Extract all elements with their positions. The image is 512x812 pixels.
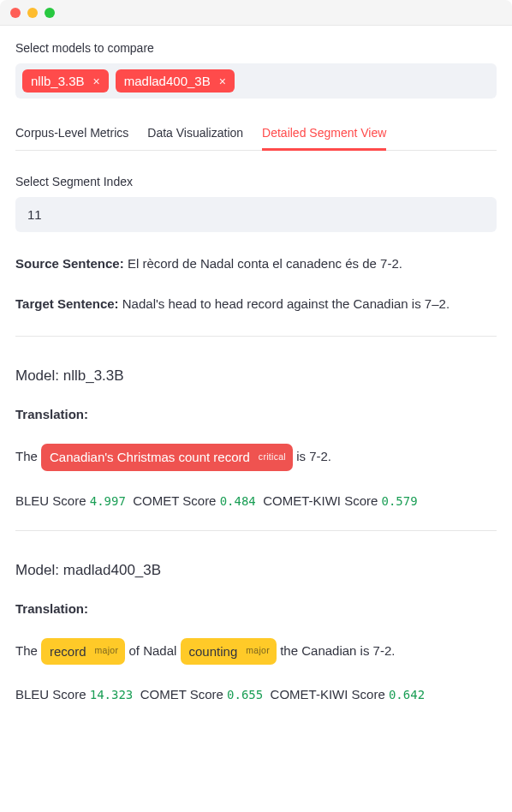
error-span-text: record (50, 641, 86, 663)
kiwi-value: 0.642 (389, 688, 425, 702)
tab-detailed-segment-view[interactable]: Detailed Segment View (262, 119, 386, 150)
error-severity-label: critical (259, 450, 286, 465)
translation-prefix: The (15, 449, 41, 463)
translation-suffix: is 7-2. (293, 449, 331, 463)
error-severity-label: major (95, 643, 119, 659)
error-span-major: countingmajor (181, 638, 277, 666)
translation-suffix: the Canadian is 7-2. (277, 642, 395, 657)
target-sentence-row: Target Sentence: Nadal's head to head re… (15, 295, 497, 314)
source-text: El rècord de Nadal conta el canadenc és … (128, 256, 402, 271)
translation-prefix: The (15, 642, 41, 657)
tab-corpus-metrics[interactable]: Corpus-Level Metrics (15, 119, 128, 150)
model-heading: Model: madlad400_3B (15, 562, 497, 579)
bleu-value: 14.323 (90, 688, 134, 702)
model-chip[interactable]: nllb_3.3B × (22, 69, 109, 93)
tab-data-visualization[interactable]: Data Visualization (147, 119, 243, 150)
remove-chip-icon[interactable]: × (219, 75, 226, 88)
bleu-label: BLEU Score (15, 493, 86, 508)
error-span-text: counting (189, 641, 238, 663)
scores-row: BLEU Score 4.997 COMET Score 0.484 COMET… (15, 493, 497, 508)
window-titlebar (0, 0, 512, 26)
error-span-text: Canadian's Christmas count record (50, 446, 250, 469)
tab-bar: Corpus-Level Metrics Data Visualization … (15, 119, 497, 151)
translation-mid: of Nadal (125, 642, 180, 657)
translation-text: The recordmajor of Nadal countingmajor t… (15, 638, 497, 666)
segment-index-label: Select Segment Index (15, 175, 497, 188)
kiwi-value: 0.579 (382, 494, 418, 508)
model-chip[interactable]: madlad400_3B × (116, 69, 235, 93)
comet-label: COMET Score (133, 493, 216, 508)
bleu-value: 4.997 (90, 494, 126, 508)
remove-chip-icon[interactable]: × (93, 75, 100, 88)
translation-label: Translation: (15, 601, 497, 616)
model-chip-label: nllb_3.3B (31, 74, 85, 88)
model-select-label: Select models to compare (15, 41, 497, 55)
model-multiselect[interactable]: nllb_3.3B × madlad400_3B × (15, 63, 497, 99)
divider (15, 336, 497, 337)
error-span-major: recordmajor (41, 638, 125, 666)
translation-label: Translation: (15, 407, 497, 421)
source-label: Source Sentence: (15, 256, 124, 271)
scores-row: BLEU Score 14.323 COMET Score 0.655 COME… (15, 687, 497, 702)
minimize-window-button[interactable] (27, 8, 38, 18)
target-text: Nadal's head to head record against the … (122, 296, 449, 311)
close-window-button[interactable] (10, 8, 21, 18)
translation-text: The Canadian's Christmas count recordcri… (15, 444, 497, 471)
bleu-label: BLEU Score (15, 687, 86, 702)
model-heading: Model: nllb_3.3B (15, 367, 497, 385)
kiwi-label: COMET-KIWI Score (271, 687, 385, 702)
maximize-window-button[interactable] (45, 8, 55, 18)
error-span-critical: Canadian's Christmas count recordcritica… (41, 444, 293, 471)
target-label: Target Sentence: (15, 296, 119, 311)
comet-value: 0.484 (220, 494, 256, 508)
source-sentence-row: Source Sentence: El rècord de Nadal cont… (15, 254, 497, 274)
segment-index-input[interactable] (15, 197, 497, 232)
kiwi-label: COMET-KIWI Score (263, 493, 378, 508)
error-severity-label: major (246, 643, 270, 659)
model-chip-label: madlad400_3B (124, 74, 211, 88)
comet-value: 0.655 (227, 688, 263, 702)
divider (15, 530, 497, 531)
comet-label: COMET Score (140, 687, 223, 702)
